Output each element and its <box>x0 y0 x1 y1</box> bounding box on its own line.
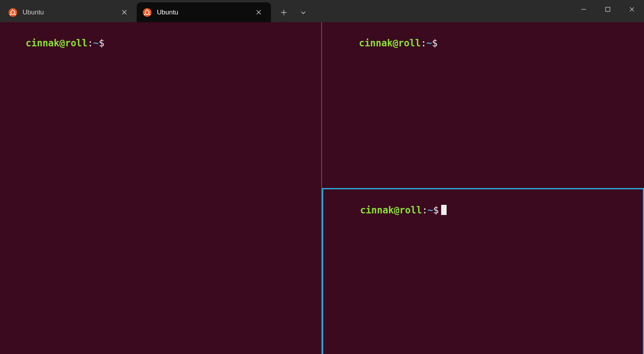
prompt-sigil: $ <box>432 38 438 49</box>
tab-ubuntu-1[interactable]: Ubuntu <box>2 2 137 22</box>
tab-ubuntu-2[interactable]: Ubuntu <box>137 2 271 22</box>
right-column: cinnak@roll:~$ cinnak@roll:~$ <box>322 22 644 354</box>
ubuntu-logo-icon <box>143 8 151 17</box>
prompt-userhost: cinnak@roll <box>359 38 421 49</box>
close-window-button[interactable] <box>620 0 644 19</box>
prompt-path: ~ <box>93 38 99 49</box>
tab-label: Ubuntu <box>23 9 113 16</box>
window-controls <box>572 0 644 22</box>
prompt-userhost: cinnak@roll <box>360 205 422 216</box>
prompt-sigil: $ <box>433 205 439 216</box>
chevron-down-icon <box>300 9 306 16</box>
terminal-pane-top-right[interactable]: cinnak@roll:~$ <box>322 22 644 188</box>
prompt-path: ~ <box>428 205 433 216</box>
close-tab-button[interactable] <box>252 6 265 19</box>
close-icon <box>256 10 261 15</box>
tab-actions <box>271 0 312 22</box>
close-icon <box>122 10 127 15</box>
minimize-button[interactable] <box>572 0 596 19</box>
tab-strip: Ubuntu Ubuntu <box>0 0 271 22</box>
terminal-workspace: cinnak@roll:~$ cinnak@roll:~$ cinnak@rol… <box>0 22 644 354</box>
prompt-userhost: cinnak@roll <box>26 38 88 49</box>
minimize-icon <box>581 7 586 12</box>
new-tab-button[interactable] <box>275 3 293 22</box>
terminal-pane-left[interactable]: cinnak@roll:~$ <box>0 22 322 354</box>
tab-label: Ubuntu <box>157 9 247 16</box>
maximize-button[interactable] <box>596 0 620 19</box>
ubuntu-logo-icon <box>9 8 17 17</box>
close-icon <box>629 7 635 12</box>
prompt-path: ~ <box>426 38 432 49</box>
maximize-icon <box>605 7 611 12</box>
close-tab-button[interactable] <box>118 6 130 19</box>
prompt-separator: : <box>421 38 426 49</box>
svg-rect-0 <box>606 7 610 12</box>
prompt-separator: : <box>88 38 93 49</box>
text-cursor <box>441 205 447 215</box>
prompt-separator: : <box>422 205 428 216</box>
prompt-sigil: $ <box>99 38 104 49</box>
tab-dropdown-button[interactable] <box>294 3 312 22</box>
terminal-pane-bottom-right[interactable]: cinnak@roll:~$ <box>322 188 644 354</box>
titlebar-drag-region[interactable] <box>312 0 572 22</box>
titlebar: Ubuntu Ubuntu <box>0 0 644 22</box>
plus-icon <box>281 9 287 16</box>
